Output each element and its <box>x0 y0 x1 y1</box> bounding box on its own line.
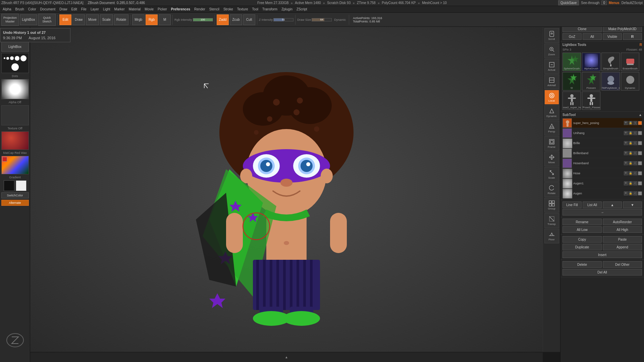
move-vert-btn[interactable]: Move <box>544 152 559 166</box>
frame-btn[interactable]: Frame <box>544 136 559 151</box>
subtool-color-augen[interactable] <box>638 191 642 195</box>
white-swatch[interactable] <box>16 180 26 191</box>
subtool-color-hose[interactable] <box>638 171 642 175</box>
subtool-color-brillenband[interactable] <box>638 151 642 155</box>
zoom-btn[interactable]: Zoom <box>544 44 559 58</box>
lightbox-left-btn[interactable]: LightBox <box>1 42 29 52</box>
menu-edit[interactable]: Edit <box>70 7 78 11</box>
quick-sketch-button[interactable]: Quick Sketch <box>38 14 56 26</box>
menu-transform[interactable]: Transform <box>261 7 279 11</box>
draw-size-slider[interactable]: 64 <box>312 18 332 21</box>
autoreorder-button[interactable]: AutoReorder <box>603 219 642 225</box>
mrgb-button[interactable]: Mrgb <box>132 14 145 25</box>
list-right-button[interactable]: → <box>562 209 642 216</box>
menu-stencil[interactable]: Stencil <box>208 7 221 11</box>
lightbox-button[interactable]: LightBox <box>20 14 37 25</box>
subtool-c-brillenband[interactable]: C <box>633 151 637 155</box>
menu-marker[interactable]: Marker <box>113 7 126 11</box>
cult-button[interactable]: Cult <box>243 14 255 25</box>
lb-thumb-alphagrush[interactable]: AlphaGrush <box>582 53 600 71</box>
subtool-lock-augen[interactable]: 🔒 <box>629 191 633 195</box>
subtool-item-superhero[interactable]: super_hero_posing 👁 🔒 S <box>562 118 642 128</box>
subtool-eye-brillenband[interactable]: 👁 <box>624 151 628 155</box>
lb-thumb-tpose3[interactable]: TPose3_Flossen <box>582 92 600 110</box>
actual-btn[interactable]: Actual <box>544 59 559 74</box>
subtool-item-brillenband[interactable]: Brillenband 👁 🔒 C <box>562 148 642 158</box>
subtool-c-augen1[interactable]: C <box>633 181 637 185</box>
zcub-button[interactable]: Zcub <box>230 14 242 25</box>
alpha-preview[interactable] <box>1 79 29 99</box>
subtool-item-hosenband[interactable]: Hosenband 👁 🔒 C <box>562 158 642 168</box>
subtool-c-hose[interactable]: C <box>633 171 637 175</box>
persp-btn[interactable]: Persp <box>544 121 559 135</box>
m-button[interactable]: M <box>159 14 171 25</box>
line-fill-button[interactable]: Line Fill <box>562 201 582 208</box>
subtool-item-augen1[interactable]: Augen1 👁 🔒 C <box>562 178 642 188</box>
all-button[interactable]: All <box>583 33 602 40</box>
alternate-button[interactable]: Alternate <box>1 200 29 206</box>
dynamic-btn[interactable]: Dynamic <box>544 105 559 120</box>
color-swatch[interactable] <box>1 156 29 174</box>
copy-bottom-button[interactable]: Copy <box>562 236 602 243</box>
visible-button[interactable]: Visible <box>603 33 622 40</box>
menu-render[interactable]: Render <box>193 7 207 11</box>
rename-button[interactable]: Rename <box>562 219 602 225</box>
edit-button[interactable]: Edit <box>59 14 71 25</box>
menu-texture[interactable]: Texture <box>236 7 250 11</box>
subtool-eye-brille[interactable]: 👁 <box>624 141 628 145</box>
zadd-button[interactable]: Zadd <box>217 14 229 25</box>
subtool-item-hose[interactable]: Hose 👁 🔒 C <box>562 168 642 178</box>
menu-tool[interactable]: Tool <box>251 7 260 11</box>
subtool-eye-unihang[interactable]: 👁 <box>624 131 628 135</box>
menu-stroke[interactable]: Stroke <box>222 7 234 11</box>
menu-document[interactable]: Document <box>39 7 57 11</box>
subtool-eye-augen1[interactable]: 👁 <box>624 181 628 185</box>
subtool-lock-hosenband[interactable]: 🔒 <box>629 161 633 165</box>
aahalf-btn[interactable]: AAHalf <box>544 74 559 89</box>
subtool-color-superhero[interactable] <box>638 121 642 125</box>
menu-picker[interactable]: Picker <box>156 7 168 11</box>
r-button[interactable]: R <box>623 33 642 40</box>
transp-btn[interactable]: Transp <box>544 213 559 228</box>
default-script[interactable]: DefaultZScript <box>622 1 643 5</box>
local-btn[interactable]: Local <box>544 90 559 105</box>
subtool-collapse[interactable]: ▲ <box>639 113 642 117</box>
z-intensity-slider[interactable]: 51 <box>273 18 293 21</box>
del-other-button[interactable]: Del Other <box>603 261 642 268</box>
black-swatch[interactable] <box>4 180 14 191</box>
duplicate-button[interactable]: Duplicate <box>562 244 602 250</box>
scale-button[interactable]: Scale <box>100 14 113 25</box>
insert-button[interactable]: Insert <box>562 251 642 258</box>
lb-thumb-tmpolymesh[interactable]: TMPolyMesh_1 <box>601 72 620 90</box>
menu-layer[interactable]: Layer <box>89 7 100 11</box>
lb-thumb-f2[interactable]: f2 <box>562 72 581 90</box>
subtool-lock-hose[interactable]: 🔒 <box>629 171 633 175</box>
rotate-button[interactable]: Rotate <box>114 14 128 25</box>
texture-preview[interactable] <box>1 105 29 125</box>
subtool-c-hosenband[interactable]: C <box>633 161 637 165</box>
subtool-c-unihang[interactable]: C <box>633 131 637 135</box>
subtool-item-augen[interactable]: Augen 👁 🔒 C <box>562 188 642 198</box>
lb-thumb-tpose2[interactable]: TPose2_super_hero <box>562 92 581 110</box>
subtool-item-unihang[interactable]: Unihang 👁 🔒 C <box>562 128 642 138</box>
menus-label[interactable]: Menus <box>609 1 620 5</box>
material-preview[interactable] <box>1 131 29 150</box>
subtool-item-brille[interactable]: Brille 👁 🔒 C <box>562 138 642 148</box>
scale-vert-btn[interactable]: Scale <box>544 167 559 182</box>
subtool-lock-superhero[interactable]: 🔒 <box>629 121 633 125</box>
del-all-button[interactable]: Del All <box>562 269 642 276</box>
switch-color-button[interactable]: SwitchColor <box>1 192 29 198</box>
list-all-button[interactable]: List All <box>583 201 602 208</box>
menu-zplugin[interactable]: Zplugin <box>280 7 294 11</box>
floor-btn[interactable]: Floor <box>544 229 559 243</box>
subtool-eye-augen[interactable]: 👁 <box>624 191 628 195</box>
lb-thumb-simplebrush[interactable]: SimpleBrush <box>601 53 620 71</box>
lb-thumb-dynamic[interactable]: Dynamic <box>621 72 639 90</box>
rgb-intensity-slider[interactable]: 100 <box>193 18 213 21</box>
subtool-lock-augen1[interactable]: 🔒 <box>629 181 633 185</box>
subtool-color-hosenband[interactable] <box>638 161 642 165</box>
delete-button[interactable]: Delete <box>562 261 602 268</box>
subtool-c-augen[interactable]: C <box>633 191 637 195</box>
subtool-eye-hosenband[interactable]: 👁 <box>624 161 628 165</box>
subtool-lock-brillenband[interactable]: 🔒 <box>629 151 633 155</box>
